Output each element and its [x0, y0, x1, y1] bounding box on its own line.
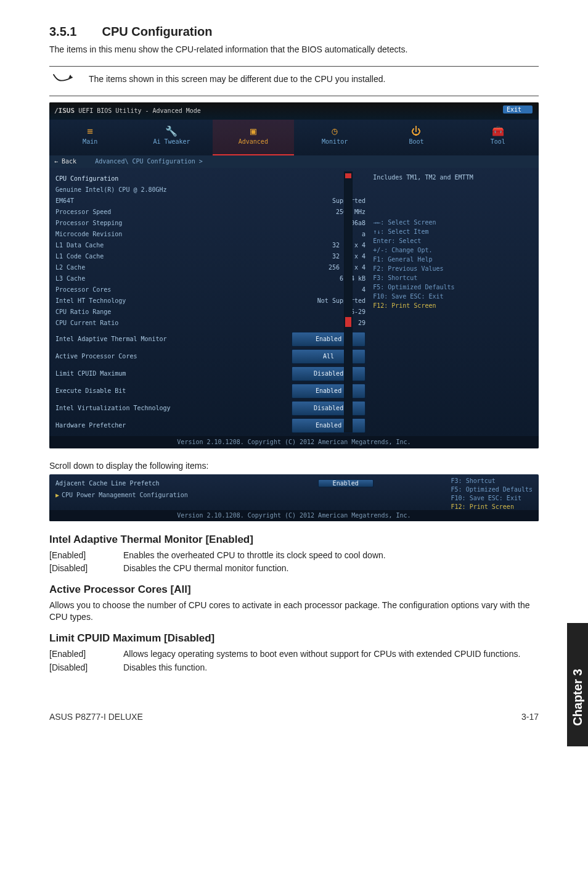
key-hint: F1: General Help: [373, 255, 518, 264]
bios-info-row: L3 Cache6144 kB: [55, 273, 365, 284]
bios-option-row[interactable]: Active Processor CoresAll: [55, 350, 365, 363]
bios-info-row: EM64TSupported: [55, 196, 365, 207]
info-value: Not Supported: [292, 295, 365, 307]
key-hint: F10: Save ESC: Exit: [451, 494, 533, 503]
gauge-icon: ◷: [294, 125, 375, 138]
option-enabled-row: [Enabled] Allows legacy operating system…: [49, 648, 539, 661]
bios-help-text: Includes TM1, TM2 and EMTTM: [373, 174, 518, 181]
info-label: Genuine Intel(R) CPU @ 2.80GHz: [55, 184, 292, 196]
option-tag: [Enabled]: [49, 648, 123, 661]
option-value-button[interactable]: Enabled: [292, 418, 365, 433]
bios-version-footer: Version 2.10.1208. Copyright (C) 2012 Am…: [49, 510, 539, 521]
section-title: CPU Configuration: [102, 25, 213, 38]
tab-tool-label: Tool: [491, 138, 505, 145]
key-hint: ↑↓: Select Item: [373, 227, 518, 236]
option-tag: [Disabled]: [49, 662, 123, 674]
tab-ai-tweaker[interactable]: 🔧Ai Tweaker: [131, 120, 212, 155]
option-label: Adjacent Cache Line Prefetch: [55, 480, 318, 487]
tab-advanced[interactable]: ▣Advanced: [213, 120, 294, 155]
tab-tool[interactable]: 🧰Tool: [457, 120, 539, 155]
bios-info-row: Genuine Intel(R) CPU @ 2.80GHz: [55, 184, 365, 196]
bios-info-row: Microcode Revisiona: [55, 229, 365, 240]
option-value-button[interactable]: Disabled: [292, 401, 365, 416]
info-value: 306a8: [292, 218, 365, 229]
tab-ai-tweaker-label: Ai Tweaker: [153, 138, 190, 145]
tab-main[interactable]: ≡Main: [49, 120, 131, 155]
option-value-button[interactable]: Enabled: [292, 384, 365, 398]
key-hint: →←: Select Screen: [373, 218, 518, 227]
info-label: L1 Code Cache: [55, 251, 292, 262]
bios-info-row: Processor Speed2500 MHz: [55, 207, 365, 218]
option-label: Intel Virtualization Technology: [55, 402, 292, 415]
key-hint: +/-: Change Opt.: [373, 245, 518, 255]
bios-info-row: CPU Ratio Range16-29: [55, 307, 365, 318]
bios-tab-bar: ≡Main 🔧Ai Tweaker ▣Advanced ◷Monitor ⏻Bo…: [49, 120, 539, 155]
scrollbar[interactable]: [344, 171, 353, 432]
key-hint: F3: Shortcut: [373, 273, 518, 283]
note-icon: [49, 73, 76, 89]
bios-info-row: Processor Cores4: [55, 284, 365, 295]
bios-key-hints: F3: ShortcutF5: Optimized DefaultsF10: S…: [451, 477, 533, 511]
heading-lcm: Limit CPUID Maximum [Disabled]: [49, 632, 539, 645]
breadcrumb-back[interactable]: ← Back: [54, 158, 76, 165]
option-value-button[interactable]: All: [292, 349, 365, 364]
key-hint: F2: Previous Values: [373, 264, 518, 273]
bios-body-heading: CPU Configuration: [55, 175, 365, 182]
breadcrumb-path: Advanced\ CPU Configuration >: [95, 158, 203, 165]
scroll-thumb[interactable]: [345, 173, 351, 178]
option-desc: Allows legacy operating systems to boot …: [123, 648, 539, 661]
bios-screenshot-continued: Adjacent Cache Line Prefetch Enabled ▶CP…: [49, 474, 539, 521]
key-hint: F5: Optimized Defaults: [451, 485, 533, 494]
wrench-icon: 🔧: [131, 125, 212, 138]
power-icon: ⏻: [375, 125, 457, 138]
scroll-thumb[interactable]: [345, 317, 351, 327]
list-icon: ≡: [49, 125, 131, 138]
info-value: 4: [292, 284, 365, 295]
bios-info-list: Genuine Intel(R) CPU @ 2.80GHzEM64TSuppo…: [55, 184, 365, 329]
bios-exit-pill[interactable]: Exit: [503, 105, 533, 113]
info-value: 6144 kB: [292, 273, 365, 284]
key-hint: F12: Print Screen: [373, 301, 518, 310]
intro-text: The items in this menu show the CPU-rela…: [49, 44, 539, 56]
option-value-button[interactable]: Disabled: [292, 366, 365, 381]
bios-screenshot: /ISUS UEFI BIOS Utility - Advanced Mode …: [49, 102, 539, 448]
option-value-button[interactable]: Enabled: [318, 479, 374, 487]
bios-option-row[interactable]: Execute Disable BitEnabled: [55, 384, 365, 398]
info-label: L3 Cache: [55, 273, 292, 284]
bios-option-row[interactable]: Limit CPUID MaximumDisabled: [55, 367, 365, 381]
option-label: Execute Disable Bit: [55, 384, 292, 398]
bios-option-row[interactable]: Intel Virtualization TechnologyDisabled: [55, 402, 365, 415]
note-text: The items shown in this screen may be di…: [76, 73, 385, 84]
bios-breadcrumb: ← Back Advanced\ CPU Configuration >: [49, 155, 539, 168]
note-callout: The items shown in this screen may be di…: [49, 66, 539, 96]
info-label: Processor Stepping: [55, 218, 292, 229]
tab-boot[interactable]: ⏻Boot: [375, 120, 457, 155]
bios-info-row: L2 Cache256 kB x 4: [55, 262, 365, 273]
info-value: [292, 184, 365, 196]
info-label: CPU Current Ratio: [55, 318, 292, 329]
info-value: 2500 MHz: [292, 207, 365, 218]
key-hint: F3: Shortcut: [451, 477, 533, 485]
submenu-label: CPU Power Management Configuration: [62, 492, 188, 498]
tab-boot-label: Boot: [409, 138, 423, 145]
info-value: a: [292, 229, 365, 240]
section-number: 3.5.1: [49, 25, 99, 39]
apc-paragraph: Allows you to choose the number of CPU c…: [49, 600, 539, 624]
bios-key-hints: →←: Select Screen↑↓: Select ItemEnter: S…: [373, 218, 518, 310]
scroll-caption: Scroll down to display the following ite…: [49, 461, 539, 471]
footer-left: ASUS P8Z77-I DELUXE: [49, 712, 143, 722]
option-value-button[interactable]: Enabled: [292, 332, 365, 347]
chip-icon: ▣: [213, 125, 294, 138]
option-label: Limit CPUID Maximum: [55, 367, 292, 381]
info-value: 32 kB x 4: [292, 240, 365, 251]
bios-option-row[interactable]: Hardware PrefetcherEnabled: [55, 419, 365, 432]
toolbox-icon: 🧰: [457, 125, 539, 138]
info-value: 256 kB x 4: [292, 262, 365, 273]
info-value: 16-29: [292, 307, 365, 318]
info-label: EM64T: [55, 196, 292, 207]
tab-monitor-label: Monitor: [322, 138, 348, 145]
tab-monitor[interactable]: ◷Monitor: [294, 120, 375, 155]
bios-info-row: L1 Code Cache32 kB x 4: [55, 251, 365, 262]
section-heading: 3.5.1 CPU Configuration: [49, 25, 539, 39]
bios-option-row[interactable]: Intel Adaptive Thermal MonitorEnabled: [55, 332, 365, 346]
